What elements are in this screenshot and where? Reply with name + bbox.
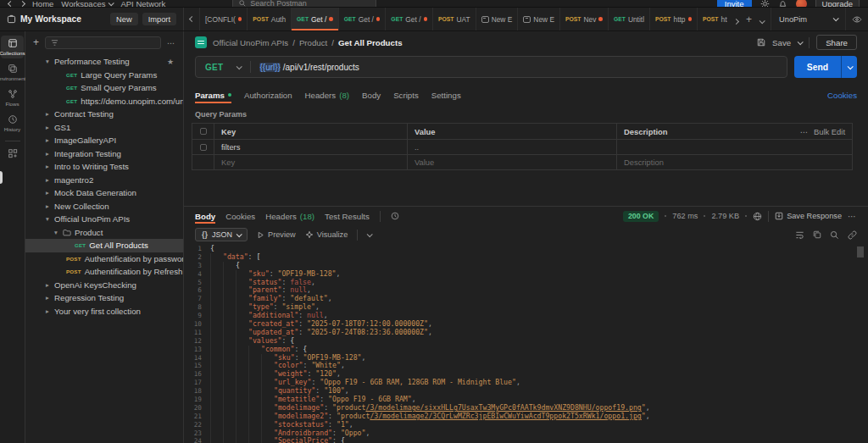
invite-button[interactable]: Invite [717, 0, 752, 8]
request-tab[interactable]: POSThttp [650, 8, 698, 30]
sidebar-collection[interactable]: ▸OpenAi KeysChecking [25, 279, 183, 292]
caret-right-icon[interactable]: ▸ [46, 294, 54, 302]
caret-right-icon[interactable]: ▸ [46, 110, 54, 118]
param-value-cell[interactable]: .. [408, 140, 617, 154]
sidebar-collection[interactable]: ▾Official UnoPim APIs [25, 213, 183, 226]
sidebar-collection[interactable]: ▸Your very first collection [25, 305, 183, 318]
sidebar-item-environments[interactable]: Environments [1, 61, 24, 84]
caret-right-icon[interactable]: ▸ [46, 136, 54, 144]
method-selector[interactable]: GET [196, 63, 250, 72]
visualize-button[interactable]: Visualize [305, 230, 348, 239]
response-tab-headers[interactable]: Headers(18) [265, 207, 314, 225]
nav-back-icon[interactable] [8, 2, 13, 6]
value-placeholder[interactable]: Value [408, 155, 617, 169]
new-button[interactable]: New [110, 13, 138, 25]
caret-right-icon[interactable]: ▸ [46, 124, 54, 131]
row-checkbox[interactable] [200, 144, 207, 151]
global-search-input[interactable]: Search Postman [232, 0, 376, 8]
request-tab[interactable]: [CONFLI( [200, 8, 248, 30]
sidebar-item-history[interactable]: History [1, 112, 24, 135]
cookies-link[interactable]: Cookies [827, 91, 857, 100]
sidebar-collection[interactable]: ▸Intro to Writing Tests [25, 160, 183, 174]
nav-workspaces[interactable]: Workspaces [61, 0, 113, 8]
environment-selector[interactable]: UnoPim [771, 8, 845, 30]
link-icon[interactable] [848, 230, 857, 240]
workspace-title[interactable]: My Workspace [20, 14, 81, 24]
param-desc-cell[interactable] [617, 140, 852, 154]
url-input[interactable]: {{url}} /api/v1/rest/products [251, 63, 359, 72]
format-selector[interactable]: {} JSON [195, 228, 248, 241]
sidebar-request[interactable]: GETSmall Query Params [25, 81, 183, 95]
caret-down-icon[interactable]: ▾ [54, 229, 63, 236]
description-placeholder[interactable]: Description [617, 155, 852, 169]
sidebar-collection[interactable]: ▸magentro2 [25, 174, 183, 187]
request-tab[interactable]: POSTUAT [433, 8, 476, 30]
copy-icon[interactable] [813, 230, 821, 239]
key-placeholder[interactable]: Key [214, 155, 408, 169]
response-history-icon[interactable] [391, 212, 399, 220]
tab-settings[interactable]: Settings [431, 85, 461, 105]
sidebar-collection[interactable]: ▸Mock Data Generation [25, 186, 183, 200]
send-button[interactable]: Send [794, 56, 841, 78]
select-all-checkbox[interactable] [200, 128, 207, 135]
user-avatar[interactable] [796, 0, 807, 8]
breadcrumb-folder[interactable]: Product [299, 38, 327, 47]
sidebar-item-flows[interactable]: Flows [1, 86, 24, 109]
breadcrumb-collection[interactable]: Official UnoPim APIs [213, 38, 288, 47]
request-tab[interactable]: POSTNev [560, 8, 609, 30]
wrap-text-icon[interactable] [795, 230, 804, 240]
caret-down-icon[interactable]: ▾ [46, 58, 54, 65]
nav-home[interactable]: Home [32, 0, 53, 8]
request-tab[interactable]: GETGet / [339, 8, 387, 30]
column-more-icon[interactable]: ⋯ [800, 127, 808, 136]
sidebar-collection[interactable]: ▸Integration Testing [25, 147, 183, 161]
sidebar-collection[interactable]: ▸Regression Testing [25, 291, 183, 305]
tab-authorization[interactable]: Authorization [244, 85, 292, 105]
tabs-scroll-right-icon[interactable] [734, 12, 738, 27]
caret-right-icon[interactable]: ▸ [46, 189, 54, 197]
settings-gear-icon[interactable] [760, 0, 770, 8]
network-globe-icon[interactable] [753, 212, 762, 221]
tab-scripts[interactable]: Scripts [393, 85, 419, 105]
request-tab[interactable]: New E [476, 8, 519, 30]
sidebar-request[interactable]: POSTAuthentification by password [25, 252, 183, 266]
save-response-button[interactable]: Save Response [775, 212, 842, 220]
tabs-scroll-left-icon[interactable] [184, 8, 200, 30]
request-tab[interactable]: GETUntitl [609, 8, 650, 30]
request-tab[interactable]: New E [518, 8, 560, 30]
share-button[interactable]: Share [816, 35, 857, 50]
environment-quick-look-icon[interactable] [845, 8, 868, 30]
response-body-editor[interactable]: 1{2"data": [3{4"sku": "OPF19-MB-128",5"s… [184, 244, 868, 443]
visualize-options-icon[interactable] [367, 231, 373, 237]
sidebar-item-more[interactable] [1, 146, 24, 161]
caret-right-icon[interactable]: ▸ [46, 150, 54, 158]
tab-options-icon[interactable] [760, 12, 764, 27]
param-key-cell[interactable]: filters [214, 140, 408, 154]
import-button[interactable]: Import [142, 13, 176, 25]
response-tab-cookies[interactable]: Cookies [225, 207, 255, 225]
request-tab[interactable]: POSThttp [698, 8, 727, 30]
sidebar-drag-handle[interactable] [0, 171, 3, 184]
sidebar-collection[interactable]: ▸Contract Testing [25, 108, 183, 121]
sidebar-collection[interactable]: ▾Performance Testing★ [25, 55, 183, 69]
sidebar-filter-input[interactable] [45, 36, 161, 49]
nav-forward-icon[interactable] [20, 2, 25, 6]
tab-params[interactable]: Params [195, 85, 231, 105]
sidebar-collection[interactable]: ▸New Collection [25, 200, 183, 213]
bulk-edit-button[interactable]: Bulk Edit [814, 127, 845, 136]
tab-body[interactable]: Body [362, 85, 381, 105]
search-icon[interactable] [830, 230, 839, 240]
caret-right-icon[interactable]: ▸ [46, 202, 54, 210]
tab-headers[interactable]: Headers(8) [305, 85, 349, 105]
caret-right-icon[interactable]: ▸ [46, 281, 54, 289]
request-tab[interactable]: GETGet / [292, 8, 339, 30]
new-tab-button[interactable]: + [746, 15, 752, 24]
send-options-icon[interactable] [841, 56, 857, 78]
sidebar-folder[interactable]: ▾Product [25, 226, 183, 240]
sidebar-collection[interactable]: ▸GS1 [25, 121, 183, 135]
response-tab-test-results[interactable]: Test Results [325, 207, 370, 225]
save-options-icon[interactable] [798, 39, 804, 45]
upgrade-button[interactable]: Upgrade [815, 0, 860, 8]
request-tab[interactable]: GETGet / [386, 8, 433, 30]
scrollbar-thumb[interactable] [857, 246, 864, 257]
